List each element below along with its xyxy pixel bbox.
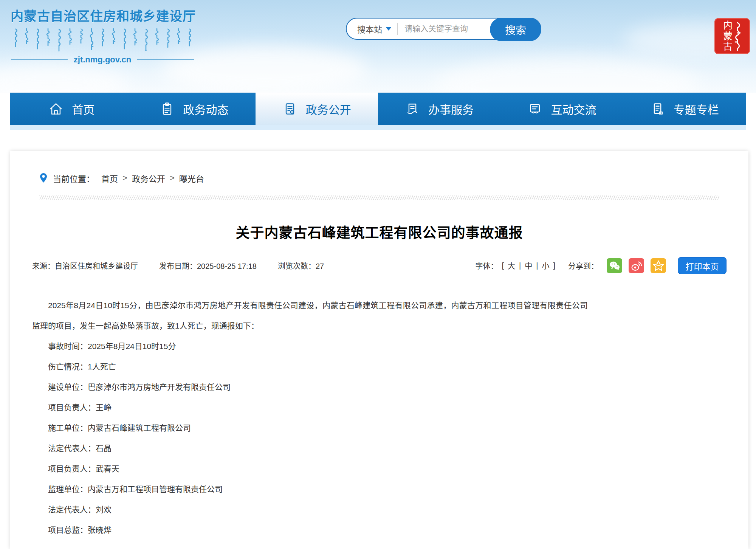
article-meta-right: 字体： [ 大 | 中 | 小 ] 分享到： <box>475 257 727 274</box>
article-paragraph: 项目负责人：武春天 <box>32 459 588 479</box>
chevron-down-icon <box>386 27 391 31</box>
font-size-small[interactable]: 小 <box>542 260 549 271</box>
font-bracket: ] <box>553 261 555 270</box>
article-paragraph: 法定代表人：石晶 <box>32 438 588 459</box>
site-title: 内蒙古自治区住房和城乡建设厅 <box>11 6 194 25</box>
search-button[interactable]: 搜索 <box>490 18 541 41</box>
nav-item-services[interactable]: 办事服务 <box>378 93 500 125</box>
breadcrumb-link-public-info[interactable]: 政务公开 <box>132 172 165 184</box>
document-list-icon <box>282 101 297 116</box>
breadcrumb-link-home[interactable]: 首页 <box>101 172 118 184</box>
divider-line <box>11 59 68 60</box>
column-doc-icon <box>650 101 665 116</box>
article-paragraph: 伤亡情况：1人死亡 <box>32 357 588 377</box>
meta-views-value: 27 <box>316 262 324 270</box>
font-size-label: 字体： <box>475 260 498 271</box>
font-pipe: | <box>536 261 538 270</box>
divider-line <box>137 59 194 60</box>
nav-item-public-info[interactable]: 政务公开 <box>256 93 378 125</box>
share-wechat-button[interactable] <box>607 258 622 273</box>
meta-views-label: 浏览次数： <box>278 262 316 270</box>
breadcrumb-separator: > <box>170 173 175 183</box>
font-bracket: [ <box>502 261 504 270</box>
breadcrumb-separator: > <box>122 173 127 183</box>
article-paragraph: 法定代表人：刘欢 <box>32 499 588 520</box>
seal-mongolian-glyph <box>733 22 742 51</box>
article-paragraph: 项目总监：张晓烨 <box>32 520 588 540</box>
content-card: 当前位置： 首页 > 政务公开 > 曝光台 关于内蒙古石峰建筑工程有限公司的事故… <box>10 151 748 549</box>
search-bar: 搜本站 搜索 <box>346 18 541 40</box>
nav-item-label: 互动交流 <box>551 101 596 117</box>
nav-item-label: 专题专栏 <box>674 101 719 117</box>
seal-text: 内蒙古 <box>722 20 732 52</box>
nav-item-label: 首页 <box>72 101 94 117</box>
meta-date-label: 发布日期： <box>159 262 197 270</box>
font-size-widget: 字体： [ 大 | 中 | 小 ] <box>475 260 555 271</box>
font-size-medium[interactable]: 中 <box>525 260 532 271</box>
article-paragraph: 施工单位：内蒙古石峰建筑工程有限公司 <box>32 418 588 438</box>
meta-date: 发布日期：2025-08-25 17:18 <box>159 260 257 271</box>
meta-source-label: 来源： <box>32 262 55 270</box>
wechat-icon <box>609 261 620 271</box>
share-weibo-button[interactable] <box>629 258 644 273</box>
weibo-icon <box>631 261 642 271</box>
chat-book-icon <box>527 101 542 116</box>
nav-item-news[interactable]: 政务动态 <box>133 93 255 125</box>
article-body: 2025年8月24日10时15分，由巴彦淖尔市鸿万房地产开发有限责任公司建设，内… <box>32 295 588 540</box>
nav-item-label: 政务动态 <box>183 101 228 117</box>
star-icon <box>653 261 664 271</box>
site-domain-row: zjt.nmg.gov.cn <box>11 55 194 65</box>
article-paragraph: 监理单位：内蒙古万和工程项目管理有限责任公司 <box>32 479 588 499</box>
breadcrumb: 当前位置： 首页 > 政务公开 > 曝光台 <box>39 172 719 184</box>
share-star-button[interactable] <box>651 258 666 273</box>
font-size-large[interactable]: 大 <box>508 260 515 271</box>
nav-strip <box>10 125 746 130</box>
print-page-button[interactable]: 打印本页 <box>678 257 727 274</box>
hatch-divider <box>39 195 719 200</box>
mongolian-script <box>11 28 194 53</box>
clipboard-icon <box>160 101 175 116</box>
article-meta-left: 来源：自治区住房和城乡建设厅 发布日期：2025-08-25 17:18 浏览次… <box>32 260 324 271</box>
cloud-decoration <box>435 57 699 93</box>
site-domain: zjt.nmg.gov.cn <box>74 55 131 65</box>
site-logo[interactable]: 内蒙古自治区住房和城乡建设厅 zjt.nmg.gov.cn <box>11 6 194 65</box>
meta-source: 来源：自治区住房和城乡建设厅 <box>32 260 138 271</box>
search-divider <box>397 23 398 35</box>
cloud-decoration <box>0 64 129 93</box>
meta-date-value: 2025-08-25 17:18 <box>197 262 257 270</box>
article-title: 关于内蒙古石峰建筑工程有限公司的事故通报 <box>33 222 726 242</box>
home-icon <box>48 101 64 116</box>
article-paragraph: 事故时间：2025年8月24日10时15分 <box>32 336 588 357</box>
breadcrumb-current: 曝光台 <box>179 172 204 184</box>
article-paragraph: 建设单位：巴彦淖尔市鸿万房地产开发有限责任公司 <box>32 377 588 397</box>
nav-item-home[interactable]: 首页 <box>10 93 133 125</box>
nav-item-label: 政务公开 <box>306 101 351 117</box>
meta-source-value: 自治区住房和城乡建设厅 <box>55 262 138 270</box>
search-scope-label: 搜本站 <box>357 23 382 35</box>
article-paragraph: 2025年8月24日10时15分，由巴彦淖尔市鸿万房地产开发有限责任公司建设，内… <box>32 295 588 336</box>
meta-views: 浏览次数：27 <box>278 260 324 271</box>
scroll-doc-icon <box>405 101 420 116</box>
search-scope-dropdown[interactable]: 搜本站 <box>347 23 391 35</box>
nav-item-special-topics[interactable]: 专题专栏 <box>623 93 746 125</box>
site-header: 内蒙古自治区住房和城乡建设厅 zjt.nmg.gov.cn 搜本站 搜索 内蒙古 <box>0 0 756 93</box>
breadcrumb-label: 当前位置： <box>53 172 94 184</box>
article-paragraph: 项目负责人：王峥 <box>32 397 588 418</box>
nmg-seal: 内蒙古 <box>714 18 750 54</box>
article-meta: 来源：自治区住房和城乡建设厅 发布日期：2025-08-25 17:18 浏览次… <box>32 257 727 274</box>
location-pin-icon <box>39 173 48 183</box>
nav-item-label: 办事服务 <box>428 101 474 117</box>
nav-item-interaction[interactable]: 互动交流 <box>500 93 623 125</box>
share-label: 分享到： <box>568 260 598 271</box>
font-pipe: | <box>519 261 521 270</box>
main-nav: 首页 政务动态 政务公开 办事服务 互动交流 专题专栏 <box>10 93 746 125</box>
